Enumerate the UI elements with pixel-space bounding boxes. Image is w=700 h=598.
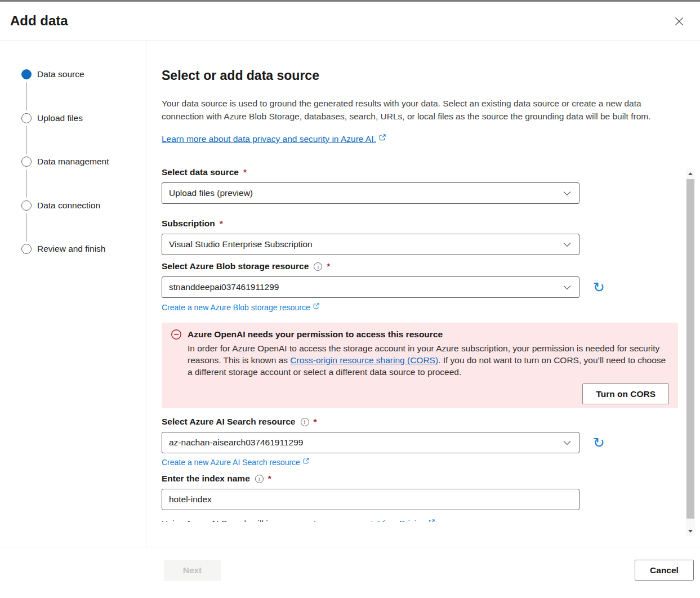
step-label: Data connection	[37, 200, 100, 211]
step-pending-dot-icon	[21, 113, 32, 123]
step-label: Data management	[37, 157, 109, 167]
warning-title: Azure OpenAI needs your permission to ac…	[188, 328, 443, 340]
ai-search-label: Select Azure AI Search resource i *	[162, 417, 685, 427]
form-scroll-area: Select data source * Upload files (previ…	[162, 155, 685, 522]
pricing-note: Using Azure AI Search will incur usage t…	[162, 518, 685, 522]
warning-body: In order for Azure OpenAI to access the …	[188, 342, 673, 378]
external-link-icon	[303, 458, 309, 464]
index-name-label: Enter the index name i *	[162, 474, 685, 484]
subscription-dropdown[interactable]: Visual Studio Enterprise Subscription	[162, 234, 579, 255]
field-label: Enter the index name	[162, 474, 250, 484]
ai-search-dropdown[interactable]: az-nachan-aisearch037461911299	[162, 432, 579, 453]
cancel-button[interactable]: Cancel	[635, 560, 694, 581]
step-data-source[interactable]: Data source	[21, 69, 84, 79]
page-description: Your data source is used to ground the g…	[162, 97, 683, 123]
triangle-down-icon	[688, 530, 693, 533]
step-label: Data source	[37, 69, 84, 79]
data-source-label: Select data source *	[162, 167, 685, 177]
create-link-text: Create a new Azure Blob storage resource	[162, 303, 310, 312]
external-link-icon	[379, 134, 386, 141]
wizard-stepper: Data source Upload files Data management…	[0, 41, 146, 547]
step-connector	[26, 126, 27, 154]
close-icon	[675, 17, 684, 26]
learn-more-link[interactable]: Learn more about data privacy and securi…	[162, 134, 386, 144]
next-button[interactable]: Next	[164, 560, 221, 581]
required-asterisk: *	[243, 167, 247, 177]
scrollbar-down-arrow[interactable]	[686, 526, 695, 536]
step-connector	[26, 169, 27, 198]
chevron-down-icon	[563, 440, 572, 445]
info-icon[interactable]: i	[314, 262, 322, 271]
step-connector	[26, 213, 27, 242]
step-pending-dot-icon	[21, 200, 32, 211]
step-pending-dot-icon	[21, 244, 32, 254]
close-button[interactable]	[673, 15, 685, 28]
step-data-connection[interactable]: Data connection	[21, 200, 100, 211]
step-review-finish[interactable]: Review and finish	[21, 244, 105, 254]
step-label: Review and finish	[37, 244, 105, 254]
create-blob-storage-link[interactable]: Create a new Azure Blob storage resource	[162, 303, 319, 312]
info-icon[interactable]: i	[301, 418, 309, 426]
field-label: Select Azure AI Search resource	[162, 417, 296, 427]
external-link-icon	[313, 303, 319, 309]
blob-storage-dropdown[interactable]: stnanddeepai037461911299	[162, 276, 579, 298]
scrollbar-up-arrow[interactable]	[686, 169, 695, 178]
required-asterisk: *	[314, 417, 317, 427]
blocked-icon	[171, 329, 182, 340]
step-upload-files[interactable]: Upload files	[21, 113, 83, 123]
pricing-note-text: Using Azure AI Search will incur usage t…	[162, 519, 378, 522]
turn-on-cors-button[interactable]: Turn on CORS	[582, 383, 669, 404]
step-data-management[interactable]: Data management	[21, 157, 109, 167]
field-label: Select Azure Blob storage resource	[162, 261, 309, 271]
chevron-down-icon	[563, 191, 572, 196]
create-link-text: Create a new Azure AI Search resource	[162, 458, 300, 467]
triangle-up-icon	[688, 172, 693, 175]
dialog-title: Add data	[10, 13, 68, 29]
cors-warning-messagebar: Azure OpenAI needs your permission to ac…	[162, 323, 678, 408]
scrollbar-thumb[interactable]	[686, 179, 694, 519]
field-label: Select data source	[162, 167, 239, 177]
step-pending-dot-icon	[21, 157, 32, 167]
dialog-header: Add data	[0, 2, 700, 41]
chevron-down-icon	[563, 285, 572, 290]
view-pricing-link[interactable]: View Pricing	[378, 519, 426, 522]
page-title: Select or add data source	[162, 68, 700, 83]
refresh-icon[interactable]: ↻	[593, 280, 605, 294]
dropdown-value: Visual Studio Enterprise Subscription	[169, 239, 313, 249]
external-link-icon	[429, 519, 435, 522]
step-label: Upload files	[37, 113, 83, 123]
dropdown-value: az-nachan-aisearch037461911299	[169, 438, 303, 448]
learn-more-link-text: Learn more about data privacy and securi…	[162, 134, 376, 144]
create-ai-search-link[interactable]: Create a new Azure AI Search resource	[162, 458, 309, 467]
required-asterisk: *	[220, 218, 223, 229]
subscription-label: Subscription *	[162, 218, 685, 229]
step-connector	[26, 82, 27, 110]
blob-storage-label: Select Azure Blob storage resource i *	[162, 261, 685, 271]
required-asterisk: *	[268, 474, 271, 484]
cors-link[interactable]: Cross-origin resource sharing (CORS)	[290, 355, 438, 365]
data-source-dropdown[interactable]: Upload files (preview)	[162, 182, 579, 204]
index-name-input[interactable]: hotel-index	[162, 489, 579, 510]
dropdown-value: stnanddeepai037461911299	[169, 282, 279, 292]
dialog-footer: Next Cancel	[0, 547, 700, 597]
dropdown-value: Upload files (preview)	[169, 188, 253, 198]
step-active-dot-icon	[21, 69, 32, 79]
refresh-icon[interactable]: ↻	[593, 436, 605, 450]
chevron-down-icon	[563, 242, 572, 247]
info-icon[interactable]: i	[255, 475, 264, 483]
required-asterisk: *	[327, 261, 330, 271]
content-pane: Select or add data source Your data sour…	[146, 41, 700, 547]
input-value: hotel-index	[169, 494, 212, 505]
vertical-scrollbar[interactable]	[686, 169, 695, 536]
field-label: Subscription	[162, 218, 215, 229]
